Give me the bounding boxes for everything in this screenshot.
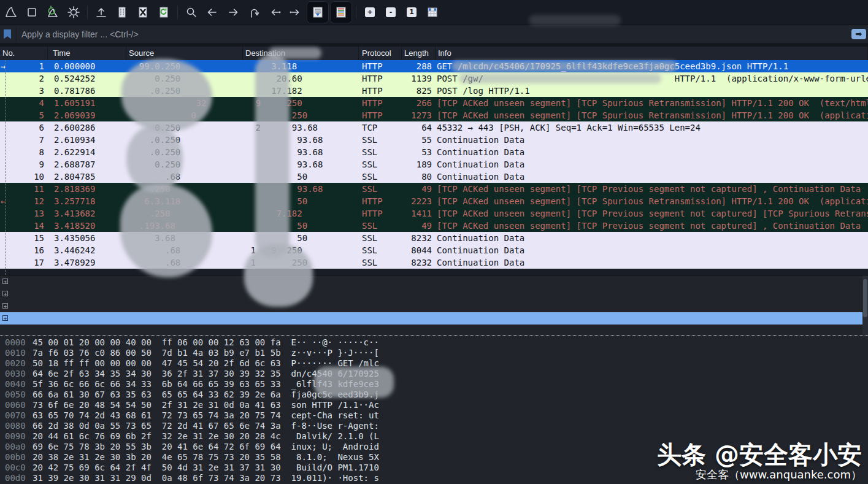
packet-length: 1139 <box>402 72 436 85</box>
packet-row[interactable]: 17 3.478929 .68 1 250 SSL 8232 Continuat… <box>0 256 868 269</box>
packet-source: 6.3.118 <box>126 195 243 207</box>
packet-row[interactable]: 6 2.600286 0.250 2 93.68 TCP 64 45332 → … <box>0 121 868 134</box>
packet-time: 2.622914 <box>48 146 126 158</box>
details-line[interactable]: +Transmission Control Protocol, Src Port… <box>0 300 868 312</box>
hex-row[interactable]: 00b0 20 38 2e 31 2e 30 3b 20 4e 65 78 75… <box>0 452 868 463</box>
reload-file-button[interactable] <box>154 2 174 22</box>
hex-ascii: Dalvik/ 2.1.0 (L <box>291 431 379 442</box>
column-header-info[interactable]: Info <box>436 47 868 60</box>
apply-filter-button[interactable]: ➡ <box>851 29 866 39</box>
find-packet-button[interactable] <box>182 2 201 22</box>
packet-protocol: SSL <box>359 256 402 269</box>
zoom-out-button[interactable]: - <box>381 2 401 22</box>
expand-icon[interactable]: + <box>2 291 8 296</box>
hex-row[interactable]: 0050 66 6a 61 30 67 63 35 63 65 65 64 33… <box>0 390 868 400</box>
packet-info: 45332 → 443 [PSH, ACK] Seq=1 Ack=1 Win=6… <box>436 121 868 134</box>
packet-row[interactable]: 15 3.435056 3.68 50 SSL 8232 Continuatio… <box>0 232 868 244</box>
hex-row[interactable]: 0010 7a f6 03 76 c0 86 00 50 7d b1 4a 03… <box>0 348 868 358</box>
go-first-packet-button[interactable] <box>265 2 285 22</box>
packet-protocol: HTTP <box>359 85 402 97</box>
expand-icon[interactable]: + <box>2 315 8 321</box>
zoom-in-button[interactable]: + <box>360 2 380 22</box>
column-header-length[interactable]: Length <box>402 47 436 60</box>
packet-info: Continuation Data <box>436 171 868 183</box>
curved-arrow-icon <box>247 6 261 19</box>
packet-row[interactable]: 5 2.069039 0 250 HTTP 1273 [TCP ACKed un… <box>0 109 868 121</box>
zoom-original-button[interactable]: 1 <box>402 2 421 22</box>
packet-row[interactable]: ←12 3.257718 6.3.118 50 HTTP 2223 [TCP A… <box>0 195 868 207</box>
hex-row[interactable]: 0040 5f 36 6c 66 6c 66 34 33 6b 64 66 65… <box>0 379 868 390</box>
packet-row[interactable]: 14 3.418520 .193.68 50 SSL 49 [TCP ACKed… <box>0 220 868 232</box>
packet-row[interactable]: 10 2.804785 .68 50 SSL 80 Continuation D… <box>0 171 868 183</box>
packet-protocol: SSL <box>359 146 402 158</box>
hex-row[interactable]: 0060 73 6f 6e 20 48 54 54 50 2f 31 2e 31… <box>0 400 868 410</box>
packet-row[interactable]: 2 0.524252 0.250 20.60 HTTP 1139 POST /g… <box>0 72 868 85</box>
packet-row[interactable]: 8 2.622914 .0.250 93.68 SSL 53 Continuat… <box>0 146 868 158</box>
packet-source: 0.250 <box>126 158 243 171</box>
close-file-button[interactable] <box>133 2 153 22</box>
hex-bytes: 20 38 2e 31 2e 30 3b 20 4e 65 78 75 73 2… <box>33 452 281 463</box>
packet-length: 2223 <box>402 195 436 207</box>
hex-bytes: 20 42 75 69 6c 64 2f 4f 50 4d 31 2e 31 3… <box>33 463 281 473</box>
display-filter-input[interactable]: Apply a display filter ... <Ctrl-/> <box>21 29 851 39</box>
packet-row[interactable]: 9 2.688787 0.250 93.68 SSL 189 Continuat… <box>0 158 868 171</box>
hex-row[interactable]: 0090 20 44 61 6c 76 69 6b 2f 32 2e 31 2e… <box>0 431 868 442</box>
hex-row[interactable]: 00d0 31 39 2e 30 31 31 29 0d 0a 48 6f 73… <box>0 473 868 483</box>
go-to-packet-button[interactable] <box>244 2 264 22</box>
resize-columns-button[interactable] <box>423 2 442 22</box>
hex-row[interactable]: 00a0 69 6e 75 78 3b 20 55 3b 20 41 6e 64… <box>0 442 868 452</box>
packet-row[interactable]: 11 2.818369 .250 93.68 SSL 49 [TCP ACKed… <box>0 183 868 195</box>
restart-fin-icon <box>46 6 60 19</box>
go-last-packet-button[interactable] <box>286 2 305 22</box>
start-capture-button[interactable] <box>1 2 21 22</box>
packet-list-header: No. Time Source Destination Protocol Len… <box>0 47 868 60</box>
hex-offset: 0070 <box>0 410 31 421</box>
auto-scroll-toggle[interactable] <box>307 1 329 23</box>
hex-row[interactable]: 0070 63 65 70 74 2d 43 68 61 72 73 65 74… <box>0 410 868 421</box>
packet-row[interactable]: 7 2.610934 .0.250 93.68 SSL 55 Continuat… <box>0 134 868 146</box>
packet-row[interactable]: →1 0.000000 99.0.250 3.118 HTTP 288 GET … <box>0 60 868 72</box>
packet-source: 0.250 <box>126 121 243 134</box>
capture-options-button[interactable] <box>64 2 83 22</box>
packet-info: [TCP ACKed unseen segment] [TCP Spurious… <box>436 97 868 109</box>
hex-bytes: 64 6e 2f 63 34 35 34 30 36 2f 31 37 30 3… <box>33 369 281 379</box>
column-header-destination[interactable]: Destination <box>243 47 359 60</box>
open-file-button[interactable] <box>91 2 111 22</box>
hex-bytes: 69 6e 75 78 3b 20 55 3b 20 41 6e 64 72 6… <box>33 442 281 452</box>
column-header-no[interactable]: No. <box>0 47 48 60</box>
column-header-protocol[interactable]: Protocol <box>359 47 402 60</box>
details-scrollbar-thumb[interactable] <box>863 279 867 317</box>
packet-bytes-pane: 0000 45 00 01 20 00 00 40 00 ff 06 00 00… <box>0 335 868 484</box>
details-line[interactable]: +Internet Protocol Version 4, Src: 18.99… <box>0 288 868 300</box>
hex-offset: 00b0 <box>0 452 31 463</box>
packet-destination: 50 <box>243 232 359 244</box>
one-icon: 1 <box>407 7 417 17</box>
go-back-button[interactable] <box>202 2 222 22</box>
go-forward-button[interactable] <box>223 2 243 22</box>
hex-ascii: 8.1.0; Nexus 5X <box>291 452 379 463</box>
packet-row[interactable]: 16 3.446242 .68 1 9 250 SSL 8044 Continu… <box>0 244 868 256</box>
hex-row[interactable]: 00c0 20 42 75 69 6c 64 2f 4f 50 4d 31 2e… <box>0 463 868 473</box>
hex-row[interactable]: 0080 66 2d 38 0d 0a 55 73 65 72 2d 41 67… <box>0 421 868 431</box>
colorize-toggle[interactable] <box>330 1 352 23</box>
hex-row[interactable]: 0000 45 00 01 20 00 00 40 00 ff 06 00 00… <box>0 337 868 348</box>
hex-row[interactable]: 0030 64 6e 2f 63 34 35 34 30 36 2f 31 37… <box>0 369 868 379</box>
details-line[interactable]: +Frame 1: 288 bytes on wire (2304 bits),… <box>0 275 868 288</box>
filter-bookmark-icon[interactable] <box>4 29 11 39</box>
expand-icon[interactable]: + <box>2 303 8 309</box>
column-header-source[interactable]: Source <box>126 47 243 60</box>
hex-offset: 0020 <box>0 358 31 369</box>
save-file-button[interactable] <box>112 2 132 22</box>
stop-capture-button[interactable] <box>22 2 42 22</box>
hex-row[interactable]: 0020 50 18 ff ff 00 00 00 00 47 45 54 20… <box>0 358 868 369</box>
restart-capture-button[interactable] <box>43 2 63 22</box>
hex-bytes: 31 39 2e 30 31 31 29 0d 0a 48 6f 73 74 3… <box>33 473 281 483</box>
expand-icon[interactable]: + <box>2 278 8 284</box>
packet-destination: 7.182 <box>243 207 359 220</box>
packet-row[interactable]: 3 0.781786 .0.250 17.182 HTTP 825 POST /… <box>0 85 868 97</box>
packet-row[interactable]: 4 1.605191 32 9 250 HTTP 266 [TCP ACKed … <box>0 97 868 109</box>
details-line[interactable]: +Hypertext Transfer Protocol <box>0 312 868 325</box>
details-scrollbar[interactable] <box>862 275 868 335</box>
packet-row[interactable]: 13 3.413682 .250 7.182 HTTP 1411 [TCP AC… <box>0 207 868 220</box>
column-header-time[interactable]: Time <box>48 47 126 60</box>
